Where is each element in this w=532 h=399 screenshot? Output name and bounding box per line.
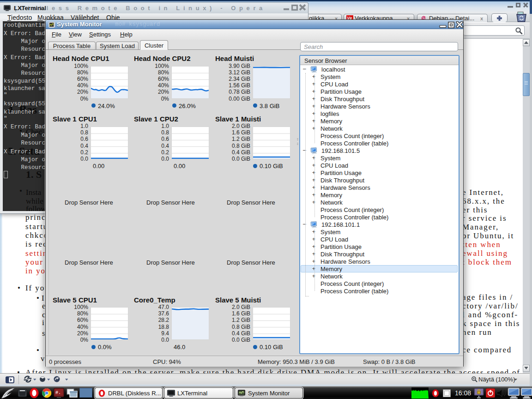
svg-text:#.: #. [55,390,61,395]
